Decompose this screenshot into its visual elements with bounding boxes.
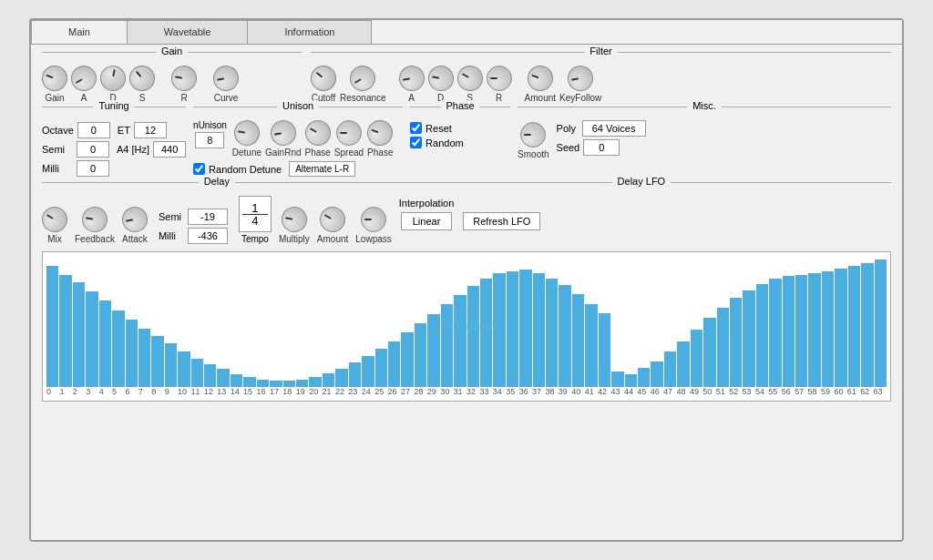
lfo-num-49: 49 bbox=[690, 387, 702, 396]
unison-phase-knob[interactable] bbox=[301, 116, 335, 150]
filter-d-knob[interactable] bbox=[425, 64, 455, 93]
tempo-display: 1 4 bbox=[239, 196, 272, 232]
tab-main[interactable]: Main bbox=[31, 20, 128, 44]
lfo-bar-57 bbox=[795, 275, 807, 387]
lfo-bar-47 bbox=[664, 351, 676, 387]
milli-input[interactable] bbox=[77, 160, 109, 177]
lfo-num-40: 40 bbox=[571, 387, 584, 396]
lfo-num-44: 44 bbox=[624, 387, 637, 396]
filter-s-knob[interactable] bbox=[452, 61, 487, 96]
mix-knob[interactable] bbox=[37, 202, 72, 237]
phase-random-label: Random bbox=[425, 137, 464, 148]
lfo-wave-container: LFO Wave 0123456789101112131415161718192… bbox=[42, 251, 891, 402]
lfo-num-21: 21 bbox=[323, 387, 335, 396]
lfo-bar-22 bbox=[335, 369, 347, 387]
delay-lfo-section-title: Delay LFO bbox=[612, 176, 672, 187]
lfo-num-54: 54 bbox=[755, 387, 768, 396]
curve-knob[interactable] bbox=[211, 64, 241, 93]
gainrnd-knob[interactable] bbox=[269, 118, 298, 148]
lfo-num-0: 0 bbox=[46, 387, 59, 396]
lfo-num-60: 60 bbox=[834, 387, 846, 396]
resonance-knob[interactable] bbox=[345, 61, 380, 96]
s-knob[interactable] bbox=[124, 60, 159, 96]
lfo-bar-48 bbox=[677, 341, 689, 387]
cutoff-knob[interactable] bbox=[305, 60, 341, 96]
lfo-bar-14 bbox=[231, 374, 242, 387]
linear-button[interactable]: Linear bbox=[401, 212, 453, 230]
lfo-bar-12 bbox=[204, 364, 216, 387]
lfo-bar-17 bbox=[270, 381, 282, 387]
delay-milli-input[interactable] bbox=[188, 228, 228, 244]
lfo-bar-63 bbox=[875, 260, 887, 387]
delay-semi-input[interactable] bbox=[188, 209, 228, 225]
delay-lowpass-knob[interactable] bbox=[361, 207, 386, 232]
smooth-knob[interactable] bbox=[520, 122, 546, 148]
keyfollow-knob[interactable] bbox=[566, 64, 595, 93]
r-knob[interactable] bbox=[169, 64, 199, 93]
knob-d: D bbox=[100, 66, 126, 103]
lfo-num-24: 24 bbox=[362, 387, 374, 396]
lfo-num-51: 51 bbox=[716, 387, 729, 396]
lfo-num-30: 30 bbox=[440, 387, 453, 396]
lfo-bar-9 bbox=[165, 343, 177, 387]
knob-s: S bbox=[129, 66, 155, 103]
lfo-bar-39 bbox=[559, 285, 570, 387]
filter-r-knob[interactable] bbox=[487, 66, 512, 91]
phase-reset-checkbox[interactable] bbox=[410, 122, 422, 134]
lfo-bar-49 bbox=[691, 330, 702, 387]
gain-knob[interactable] bbox=[38, 62, 71, 95]
knob-curve: Curve bbox=[213, 66, 239, 103]
lfo-num-43: 43 bbox=[610, 387, 623, 396]
knob-unison-phase: Phase bbox=[305, 120, 331, 158]
phase-random-checkbox[interactable] bbox=[410, 137, 422, 148]
knob-filter-a: A bbox=[399, 66, 425, 103]
lfo-bar-32 bbox=[467, 286, 479, 387]
a4-input[interactable] bbox=[153, 141, 186, 158]
tab-wavetable[interactable]: Wavetable bbox=[127, 20, 249, 44]
phase-reset-label: Reset bbox=[425, 123, 452, 134]
lfo-bar-8 bbox=[151, 336, 163, 387]
lfo-bar-46 bbox=[651, 361, 662, 387]
refresh-lfo-button[interactable]: Refresh LFO bbox=[463, 212, 540, 230]
misc-section-title: Misc. bbox=[687, 100, 722, 111]
spread-knob[interactable] bbox=[336, 120, 362, 146]
et-label: ET bbox=[118, 125, 130, 136]
lfo-num-26: 26 bbox=[388, 387, 401, 396]
alternate-lr-button[interactable]: Alternate L-R bbox=[289, 161, 355, 177]
lfo-bar-51 bbox=[717, 308, 729, 387]
lfo-bar-55 bbox=[769, 279, 781, 387]
knob-filter-d: D bbox=[428, 66, 454, 103]
semi-input[interactable] bbox=[77, 141, 109, 158]
random-detune-checkbox[interactable] bbox=[193, 163, 205, 175]
lfo-bar-37 bbox=[533, 273, 545, 387]
d-knob[interactable] bbox=[98, 64, 128, 93]
detune-knob[interactable] bbox=[232, 118, 261, 148]
lfo-num-35: 35 bbox=[506, 387, 518, 396]
phase-section-title: Phase bbox=[440, 100, 479, 111]
unison-phase2-knob[interactable] bbox=[364, 117, 396, 149]
seed-input[interactable] bbox=[583, 139, 620, 156]
knob-a: A bbox=[71, 66, 97, 103]
delay-amount-knob[interactable] bbox=[315, 202, 350, 237]
octave-input[interactable] bbox=[77, 122, 110, 138]
semi-label: Semi bbox=[42, 144, 73, 155]
delay-multiply-knob[interactable] bbox=[280, 205, 309, 234]
feedback-knob[interactable] bbox=[80, 205, 109, 234]
knob-delay-lowpass: Lowpass bbox=[355, 207, 391, 244]
lfo-bar-19 bbox=[296, 380, 308, 387]
a-knob[interactable] bbox=[67, 61, 101, 96]
lfo-num-8: 8 bbox=[151, 387, 164, 396]
lfo-num-11: 11 bbox=[190, 387, 203, 396]
knob-r: R bbox=[171, 66, 197, 103]
attack-knob[interactable] bbox=[120, 205, 149, 234]
tab-information[interactable]: Information bbox=[247, 20, 372, 44]
poly-input[interactable] bbox=[582, 120, 646, 137]
et-input[interactable] bbox=[134, 122, 167, 138]
lfo-num-34: 34 bbox=[493, 387, 506, 396]
filter-a-knob[interactable] bbox=[396, 64, 425, 93]
nunison-input[interactable] bbox=[195, 132, 224, 148]
lfo-num-7: 7 bbox=[138, 387, 151, 396]
filter-amount-knob[interactable] bbox=[524, 62, 557, 95]
milli-label: Milli bbox=[42, 163, 73, 174]
knob-keyfollow: KeyFollow bbox=[559, 66, 601, 103]
